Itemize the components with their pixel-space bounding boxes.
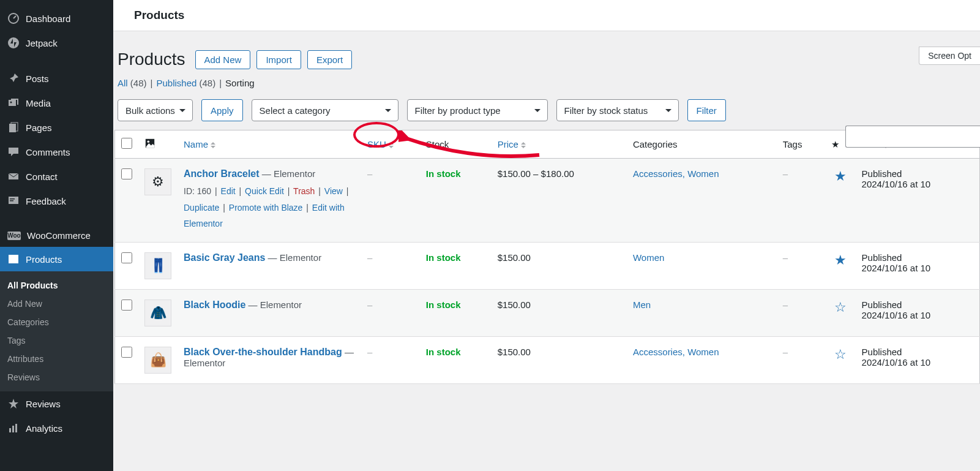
price-column-header[interactable]: Price [492,130,627,159]
product-thumbnail[interactable]: 👖 [144,252,171,279]
import-button[interactable]: Import [256,50,301,69]
quick-edit-link[interactable]: Quick Edit [245,186,284,196]
sidebar-item-label: WooCommerce [27,230,91,241]
stock-status-filter-select[interactable]: Filter by stock status [556,99,679,121]
star-icon: ★ [831,139,839,149]
jetpack-icon [7,37,20,49]
products-table: Name SKU Stock Price Categories Tags ★ D… [114,130,980,384]
search-input[interactable] [845,126,980,148]
sidebar-item-label: Jetpack [26,38,58,48]
price-value: $150.00 [492,289,627,336]
sidebar-item-dashboard[interactable]: Dashboard [0,6,113,31]
view-filters: All (48) | Published (48) | Sorting [118,78,980,88]
sidebar-item-media[interactable]: Media [0,91,113,115]
submenu-add-new[interactable]: Add New [0,295,113,313]
media-icon [7,97,20,109]
sidebar-item-jetpack[interactable]: Jetpack [0,31,113,55]
view-sorting[interactable]: Sorting [225,78,255,88]
bulk-actions-select[interactable]: Bulk actions [118,99,193,121]
category-link[interactable]: Men [633,300,651,310]
featured-toggle[interactable]: ★ [825,159,856,243]
featured-toggle[interactable]: ☆ [825,289,856,336]
featured-toggle[interactable]: ☆ [825,336,856,383]
sidebar-item-posts[interactable]: Posts [0,66,113,91]
product-type-filter-select[interactable]: Filter by product type [407,99,548,121]
product-title-link[interactable]: Black Over-the-shoulder Handbag [184,347,342,357]
submenu-reviews[interactable]: Reviews [0,368,113,386]
sidebar-item-label: Dashboard [26,13,70,24]
product-title-link[interactable]: Anchor Bracelet [184,168,260,179]
filter-button[interactable]: Filter [687,99,726,121]
product-thumbnail[interactable]: 🧥 [144,300,171,326]
star-icon [7,398,20,410]
view-all[interactable]: All [118,78,128,88]
sidebar-item-reviews[interactable]: Reviews [0,391,113,416]
sidebar-item-analytics[interactable]: Analytics [0,416,113,440]
row-checkbox[interactable] [121,252,132,263]
tags-value: – [783,168,788,179]
builder-label: — Elementor [262,168,316,179]
submenu-tags[interactable]: Tags [0,331,113,350]
sidebar-item-woocommerce[interactable]: WooWooCommerce [0,224,113,247]
submenu-attributes[interactable]: Attributes [0,350,113,368]
products-icon [7,253,20,265]
date-cell: Published2024/10/16 at 10 [856,242,980,289]
product-thumbnail[interactable]: ⚙ [144,168,171,195]
apply-button[interactable]: Apply [201,99,243,121]
duplicate-link[interactable]: Duplicate [184,203,219,213]
category-filter-select[interactable]: Select a category [252,99,398,121]
product-thumbnail[interactable]: 👜 [144,347,171,374]
sidebar-item-products[interactable]: Products [0,247,113,271]
sidebar-item-feedback[interactable]: Feedback [0,189,113,213]
row-checkbox[interactable] [121,347,132,358]
category-link[interactable]: Accessories, Women [633,168,719,179]
sidebar-item-label: Media [26,98,51,108]
stock-status: In stock [426,347,461,357]
sort-icon [211,142,215,148]
svg-rect-14 [15,424,17,432]
sku-column-header[interactable]: SKU [361,130,420,159]
featured-toggle[interactable]: ★ [825,242,856,289]
export-button[interactable]: Export [307,50,352,69]
date-cell: Published2024/10/16 at 10 [856,289,980,336]
tags-value: – [783,252,788,263]
comments-icon [7,146,20,158]
categories-column-header: Categories [627,130,777,159]
star-outline-icon: ☆ [834,347,847,362]
price-value: $150.00 [492,242,627,289]
view-link[interactable]: View [324,186,343,196]
row-checkbox[interactable] [121,300,132,311]
admin-sidebar: Dashboard Jetpack Posts Media Pages Comm… [0,0,113,471]
sidebar-item-label: Comments [26,147,70,157]
view-published[interactable]: Published [156,78,196,88]
row-checkbox[interactable] [121,168,132,179]
sidebar-item-contact[interactable]: Contact [0,164,113,189]
sku-value: – [367,168,372,179]
category-link[interactable]: Accessories, Women [633,347,719,357]
tags-value: – [783,347,788,357]
submenu-categories[interactable]: Categories [0,313,113,331]
date-cell: Published2024/10/16 at 10 [856,336,980,383]
svg-rect-9 [10,200,13,202]
product-title-link[interactable]: Black Hoodie [184,300,245,310]
sidebar-item-pages[interactable]: Pages [0,115,113,140]
submenu-all-products[interactable]: All Products [0,276,113,295]
promote-link[interactable]: Promote with Blaze [229,203,303,213]
category-link[interactable]: Women [633,252,664,263]
edit-link[interactable]: Edit [221,186,236,196]
add-new-button[interactable]: Add New [195,50,251,69]
sidebar-item-label: Posts [26,73,49,84]
sidebar-item-comments[interactable]: Comments [0,140,113,164]
select-all-checkbox[interactable] [121,138,132,149]
feedback-icon [7,195,20,207]
pin-icon [7,72,20,85]
woocommerce-icon: Woo [7,232,21,240]
top-bar: Products [113,0,980,31]
name-column-header[interactable]: Name [178,130,361,159]
sort-icon [521,142,526,148]
svg-point-16 [148,141,150,143]
trash-link[interactable]: Trash [293,186,315,196]
date-cell: Published2024/10/16 at 10 [856,159,980,243]
tags-column-header: Tags [777,130,825,159]
product-title-link[interactable]: Basic Gray Jeans [184,252,265,263]
